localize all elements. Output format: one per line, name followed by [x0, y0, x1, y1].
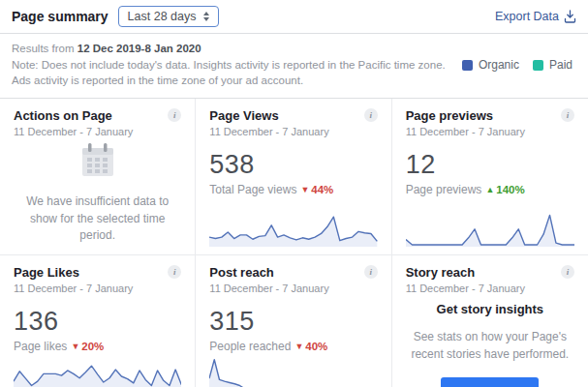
- metric-label: Page likes: [14, 340, 67, 353]
- date-range-dropdown[interactable]: Last 28 days: [118, 6, 219, 27]
- card-title: Page Views: [209, 108, 278, 123]
- trend-value: 40%: [305, 341, 327, 352]
- card-title: Post reach: [209, 265, 273, 280]
- page-previews-sparkline: [406, 208, 574, 247]
- post-reach-sparkline: [209, 353, 377, 387]
- story-insights-text: See stats on how your Page's recent stor…: [406, 328, 574, 363]
- metric-label: Total Page views: [209, 183, 296, 196]
- legend-paid-label: Paid: [549, 58, 573, 72]
- trend-value: 44%: [311, 184, 333, 195]
- chevron-updown-icon: [203, 12, 209, 21]
- export-data-label: Export Data: [495, 10, 559, 23]
- trend-badge: ▼20%: [71, 341, 104, 352]
- trend-arrow-icon: ▼: [71, 342, 79, 351]
- meta-row: Results from 12 Dec 2019-8 Jan 2020 Note…: [0, 34, 588, 98]
- organic-swatch-icon: [462, 60, 473, 71]
- info-icon[interactable]: i: [561, 108, 574, 122]
- card-page-previews[interactable]: Page previews i 11 December - 7 January …: [392, 99, 588, 255]
- note-text: Note: Does not include today's data. Ins…: [12, 59, 446, 87]
- insufficient-data-text: We have insufficient data to show for th…: [14, 194, 181, 244]
- card-page-views[interactable]: Page Views i 11 December - 7 January 538…: [196, 99, 391, 255]
- page-views-value: 538: [209, 150, 377, 180]
- story-insights-title: Get story insights: [437, 302, 544, 316]
- trend-arrow-icon: ▼: [300, 185, 309, 194]
- page-previews-value: 12: [406, 150, 574, 180]
- results-range: 12 Dec 2019-8 Jan 2020: [77, 43, 201, 54]
- card-title: Actions on Page: [14, 108, 112, 123]
- trend-badge: ▲140%: [485, 184, 524, 195]
- trend-badge: ▼40%: [294, 341, 327, 352]
- legend-organic-label: Organic: [479, 58, 519, 72]
- card-date-range: 11 December - 7 January: [406, 283, 574, 294]
- page-likes-value: 136: [14, 307, 181, 337]
- trend-arrow-icon: ▲: [485, 185, 494, 194]
- trend-arrow-icon: ▼: [294, 342, 303, 351]
- info-icon[interactable]: i: [364, 108, 378, 122]
- card-date-range: 11 December - 7 January: [209, 283, 377, 294]
- page-likes-sparkline: [14, 353, 181, 387]
- paid-swatch-icon: [533, 60, 543, 71]
- results-prefix: Results from: [12, 43, 75, 54]
- post-reach-value: 315: [209, 307, 377, 337]
- info-icon[interactable]: i: [168, 265, 181, 279]
- learn-more-button[interactable]: Learn More: [441, 377, 539, 387]
- card-date-range: 11 December - 7 January: [14, 126, 181, 137]
- chart-legend: Organic Paid: [462, 58, 576, 72]
- metric-label: People reached: [209, 340, 291, 353]
- top-bar: Page summary Last 28 days Export Data: [0, 0, 588, 33]
- page-views-sparkline: [209, 208, 377, 247]
- info-icon[interactable]: i: [561, 265, 574, 279]
- calendar-icon: [77, 139, 119, 182]
- card-date-range: 11 December - 7 January: [14, 283, 181, 294]
- card-story-reach[interactable]: Story reach i 11 December - 7 January Ge…: [392, 255, 588, 387]
- card-date-range: 11 December - 7 January: [209, 126, 377, 137]
- download-icon: [564, 10, 576, 23]
- trend-badge: ▼44%: [300, 184, 333, 195]
- card-title: Page Likes: [14, 265, 79, 280]
- card-date-range: 11 December - 7 January: [406, 126, 574, 137]
- card-actions-on-page[interactable]: Actions on Page i 11 December - 7 Januar…: [0, 99, 196, 255]
- results-note: Results from 12 Dec 2019-8 Jan 2020 Note…: [12, 41, 462, 89]
- legend-item-organic: Organic: [462, 58, 519, 72]
- date-range-dropdown-label: Last 28 days: [128, 10, 197, 23]
- page-title: Page summary: [12, 9, 108, 24]
- card-post-reach[interactable]: Post reach i 11 December - 7 January 315…: [196, 255, 391, 387]
- trend-value: 20%: [81, 341, 104, 352]
- legend-item-paid: Paid: [533, 58, 573, 72]
- info-icon[interactable]: i: [168, 108, 181, 122]
- export-data-button[interactable]: Export Data: [495, 10, 576, 23]
- card-page-likes[interactable]: Page Likes i 11 December - 7 January 136…: [0, 255, 196, 387]
- metric-label: Page previews: [406, 183, 482, 196]
- trend-value: 140%: [496, 184, 524, 195]
- summary-cards-grid: Actions on Page i 11 December - 7 Januar…: [0, 99, 588, 387]
- card-title: Story reach: [406, 265, 476, 280]
- info-icon[interactable]: i: [364, 265, 378, 279]
- card-title: Page previews: [406, 108, 493, 123]
